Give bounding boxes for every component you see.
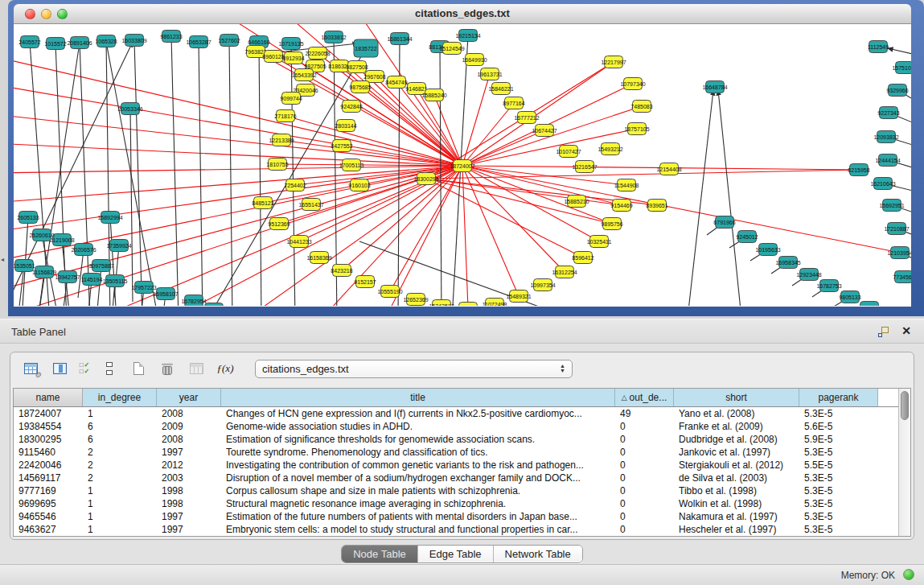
graph-node[interactable]: 8215958: [848, 164, 869, 176]
graph-node[interactable]: 10195633: [755, 244, 780, 256]
table-cell[interactable]: 22420046: [14, 459, 83, 472]
tab-node-table[interactable]: Node Table: [342, 546, 418, 562]
graph-node[interactable]: 2803144: [335, 120, 356, 132]
table-cell[interactable]: 5.3E-5: [799, 510, 878, 523]
graph-edge[interactable]: [462, 166, 519, 296]
table-cell[interactable]: 5.9E-5: [799, 433, 878, 446]
graph-node[interactable]: 16782954: [181, 295, 206, 307]
table-cell[interactable]: 0: [615, 523, 674, 536]
table-cell[interactable]: 0: [615, 497, 674, 510]
select-rows-icon[interactable]: □✓□✓: [78, 362, 91, 375]
graph-edge[interactable]: [55, 43, 67, 306]
table-cell[interactable]: 49: [615, 407, 674, 420]
table-cell[interactable]: 0: [615, 459, 674, 472]
table-cell[interactable]: 1997: [157, 446, 221, 459]
graph-node[interactable]: 16958345: [775, 257, 800, 269]
graph-edge[interactable]: [718, 90, 741, 306]
table-cell[interactable]: 1998: [157, 484, 221, 497]
table-cell[interactable]: de Silva et al. (2003): [674, 472, 799, 484]
table-row[interactable]: 969969511998Structural magnetic resonanc…: [14, 497, 898, 510]
graph-edge[interactable]: [134, 40, 142, 306]
table-cell[interactable]: 0: [615, 510, 674, 523]
table-cell[interactable]: 1997: [157, 523, 221, 536]
graph-node[interactable]: 17005113: [339, 159, 364, 171]
graph-node[interactable]: 9154469: [610, 200, 632, 212]
graph-node[interactable]: 12923448: [796, 269, 821, 281]
graph-node[interactable]: 13505115: [103, 275, 128, 287]
new-table-icon[interactable]: [128, 358, 149, 379]
table-cell[interactable]: Tourette syndrome. Phenomenology and cla…: [221, 446, 615, 459]
column-visibility-icon[interactable]: [49, 358, 70, 379]
table-cell[interactable]: Estimation of the future numbers of pati…: [221, 510, 615, 523]
graph-node[interactable]: 11156829: [32, 266, 56, 278]
table-row[interactable]: 977716911998Corpus callosum shape and si…: [14, 484, 898, 497]
graph-node[interactable]: 16648784: [702, 81, 727, 93]
graph-node[interactable]: 20053346: [117, 103, 142, 115]
graph-node[interactable]: 10441233: [286, 236, 311, 248]
graph-node[interactable]: 15489321: [506, 290, 531, 303]
graph-node[interactable]: 2718176: [274, 110, 296, 122]
graph-node[interactable]: 9875685: [349, 81, 371, 93]
graph-node[interactable]: 30975887: [88, 260, 113, 272]
graph-node[interactable]: 17359924: [106, 240, 131, 252]
graph-node[interactable]: 16777212: [514, 112, 539, 124]
delete-column-icon[interactable]: [157, 358, 178, 379]
graph-node[interactable]: 8596412: [572, 252, 593, 264]
graph-edge[interactable]: [426, 179, 583, 257]
table-cell[interactable]: Franke et al. (2009): [674, 420, 799, 433]
table-cell[interactable]: Estimation of significance thresholds fo…: [221, 433, 615, 446]
graph-node[interactable]: 22226058: [305, 47, 330, 60]
graph-edge[interactable]: [462, 166, 468, 306]
graph-node[interactable]: 10555190: [377, 286, 402, 298]
graph-node[interactable]: 8912934: [282, 52, 304, 64]
graph-node[interactable]: 1065328: [95, 35, 117, 47]
collapse-panel-arrow-icon[interactable]: ◂: [1, 256, 4, 263]
table-cell[interactable]: 1: [83, 510, 157, 523]
graph-node[interactable]: 11072498: [483, 299, 507, 307]
column-header-title[interactable]: title: [221, 389, 615, 406]
table-cell[interactable]: 5.6E-5: [799, 420, 878, 433]
graph-node[interactable]: 12652369: [403, 294, 428, 306]
table-row[interactable]: 946554611997Estimation of the future num…: [14, 510, 898, 523]
graph-node[interactable]: 8485123: [252, 197, 273, 209]
graph-node[interactable]: 8977164: [503, 97, 524, 109]
graph-node[interactable]: 6791966: [713, 216, 735, 229]
graph-node[interactable]: 15892994: [97, 212, 122, 224]
graph-edge[interactable]: [14, 42, 133, 298]
graph-node[interactable]: 17210887: [884, 223, 909, 235]
graph-edge[interactable]: [14, 166, 462, 232]
graph-edge[interactable]: [462, 166, 900, 253]
column-header-in_degree[interactable]: in_degree: [83, 389, 157, 406]
table-cell[interactable]: 2008: [157, 433, 221, 446]
graph-node[interactable]: 11544908: [614, 179, 639, 192]
graph-node[interactable]: 19215134: [455, 30, 480, 42]
graph-node[interactable]: 9242848: [340, 101, 362, 113]
graph-edge[interactable]: [70, 166, 462, 306]
table-settings-icon[interactable]: ⚙: [20, 358, 41, 379]
table-cell[interactable]: 0: [615, 433, 674, 446]
graph-node[interactable]: 16543392: [291, 69, 316, 81]
table-cell[interactable]: 9463627: [14, 523, 83, 536]
table-cell[interactable]: 2: [83, 459, 157, 472]
table-cell[interactable]: Tibbo et al. (1998): [674, 484, 799, 497]
table-cell[interactable]: 0: [615, 420, 674, 433]
table-cell[interactable]: 2008: [157, 407, 221, 420]
table-cell[interactable]: Dudbridge et al. (2008): [674, 433, 799, 446]
row-height-icon[interactable]: [99, 358, 120, 379]
graph-edge[interactable]: [14, 166, 462, 173]
table-cell[interactable]: Yano et al. (2008): [674, 407, 799, 420]
table-cell[interactable]: Changes of HCN gene expression and I(f) …: [221, 407, 615, 420]
graph-node[interactable]: 12093832: [873, 131, 898, 143]
graph-node[interactable]: 9861233: [160, 31, 182, 43]
memory-status-indicator[interactable]: [903, 569, 914, 580]
graph-node[interactable]: 10653287: [186, 36, 211, 48]
table-cell[interactable]: 2: [83, 446, 157, 459]
table-cell[interactable]: 0: [615, 484, 674, 497]
graph-edge[interactable]: [110, 217, 117, 306]
table-cell[interactable]: 1: [83, 407, 157, 420]
table-cell[interactable]: 18300295: [14, 433, 83, 446]
graph-edge[interactable]: [231, 166, 462, 306]
graph-node[interactable]: 15342517: [429, 300, 454, 307]
graph-node[interactable]: 15493212: [598, 143, 622, 155]
table-cell[interactable]: 5.3E-5: [799, 446, 878, 459]
